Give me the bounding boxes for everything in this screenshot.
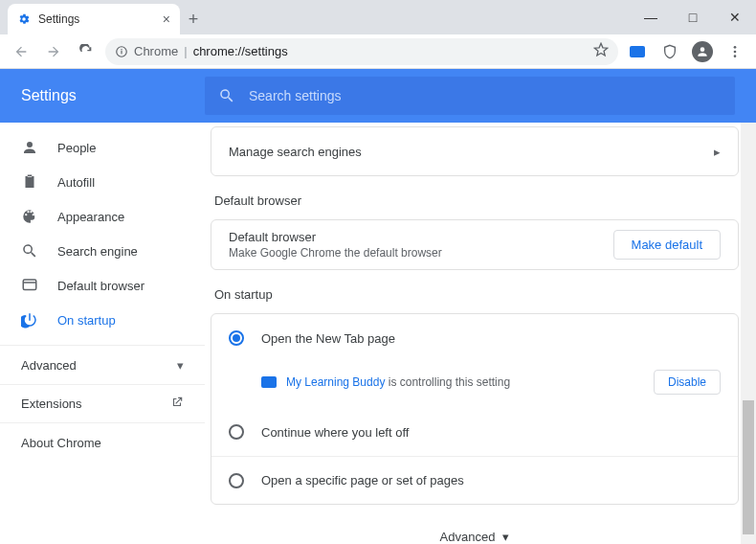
default-browser-card: Default browser Make Google Chrome the d… (211, 219, 739, 270)
forward-button[interactable] (40, 38, 67, 65)
on-startup-card: Open the New Tab page My Learning Buddy … (211, 313, 739, 505)
settings-header: Settings (0, 69, 756, 123)
power-icon (21, 311, 38, 329)
default-browser-heading: Default browser (214, 193, 739, 208)
info-icon (115, 45, 128, 58)
menu-icon[interactable] (722, 38, 748, 65)
sidebar-advanced-toggle[interactable]: Advanced▾ (0, 345, 205, 385)
extension-icon[interactable] (624, 38, 651, 65)
on-startup-heading: On startup (214, 287, 739, 302)
chevron-down-icon: ▾ (177, 358, 184, 373)
extension-controlling-note: My Learning Buddy is controlling this se… (211, 362, 738, 408)
svg-rect-2 (121, 49, 122, 50)
default-browser-row: Default browser Make Google Chrome the d… (211, 220, 738, 269)
vertical-scrollbar[interactable] (741, 123, 756, 544)
radio-checked-icon (229, 330, 244, 346)
radio-unchecked-icon (229, 424, 244, 440)
startup-option-continue[interactable]: Continue where you left off (211, 408, 738, 456)
profile-avatar[interactable] (689, 38, 716, 65)
svg-rect-6 (23, 280, 36, 290)
back-button[interactable] (8, 38, 34, 65)
close-button[interactable]: ✕ (714, 0, 756, 34)
address-bar: Chrome | chrome://settings (0, 34, 756, 69)
sidebar-item-autofill[interactable]: Autofill (0, 165, 205, 199)
advanced-expand-button[interactable]: Advanced ▾ (211, 505, 739, 544)
window-controls: — □ ✕ (630, 0, 756, 34)
disable-button[interactable]: Disable (654, 370, 721, 395)
tab-title: Settings (38, 12, 79, 26)
chevron-down-icon: ▾ (502, 530, 509, 544)
chevron-right-icon: ▸ (714, 145, 721, 159)
omnibox[interactable]: Chrome | chrome://settings (105, 38, 618, 65)
startup-option-newtab[interactable]: Open the New Tab page (211, 314, 738, 362)
sidebar-item-people[interactable]: People (0, 130, 205, 165)
palette-icon (21, 208, 38, 225)
gear-icon (17, 12, 31, 26)
reload-button[interactable] (73, 38, 100, 65)
svg-rect-1 (121, 50, 122, 54)
open-external-icon (170, 396, 184, 412)
svg-point-3 (734, 46, 737, 49)
search-icon (21, 242, 38, 260)
person-icon (21, 139, 38, 156)
search-input[interactable] (249, 88, 722, 103)
sidebar-extensions-link[interactable]: Extensions (0, 385, 205, 423)
search-icon (218, 87, 235, 104)
browser-tab[interactable]: Settings × (8, 4, 180, 34)
url-text: chrome://settings (193, 44, 288, 58)
maximize-button[interactable]: □ (672, 0, 714, 34)
sidebar-item-search-engine[interactable]: Search engine (0, 234, 205, 268)
minimize-button[interactable]: — (630, 0, 672, 34)
manage-search-card: Manage search engines ▸ (211, 126, 739, 176)
manage-search-engines-row[interactable]: Manage search engines ▸ (211, 127, 738, 175)
svg-point-4 (734, 50, 737, 53)
sidebar: People Autofill Appearance Search engine… (0, 123, 205, 544)
sidebar-item-default-browser[interactable]: Default browser (0, 268, 205, 303)
extension-badge-icon (261, 376, 277, 388)
extension-name-link[interactable]: My Learning Buddy (286, 375, 385, 389)
window-titlebar: Settings × + — □ ✕ (0, 0, 756, 34)
sidebar-about-link[interactable]: About Chrome (0, 423, 205, 462)
search-settings-box[interactable] (205, 77, 735, 115)
startup-option-specific-pages[interactable]: Open a specific page or set of pages (211, 456, 738, 504)
make-default-button[interactable]: Make default (613, 230, 721, 260)
radio-unchecked-icon (229, 473, 244, 488)
bookmark-star-icon[interactable] (593, 42, 609, 60)
svg-point-5 (734, 55, 737, 57)
settings-content: Manage search engines ▸ Default browser … (205, 123, 756, 544)
clipboard-icon (21, 173, 38, 191)
sidebar-item-on-startup[interactable]: On startup (0, 303, 205, 337)
new-tab-button[interactable]: + (180, 4, 207, 34)
scrollbar-thumb[interactable] (743, 400, 754, 534)
url-scheme: Chrome (134, 44, 178, 58)
page-title: Settings (21, 87, 205, 104)
sidebar-item-appearance[interactable]: Appearance (0, 199, 205, 234)
browser-icon (21, 277, 38, 294)
close-icon[interactable]: × (163, 11, 170, 27)
shield-icon[interactable] (656, 38, 683, 65)
